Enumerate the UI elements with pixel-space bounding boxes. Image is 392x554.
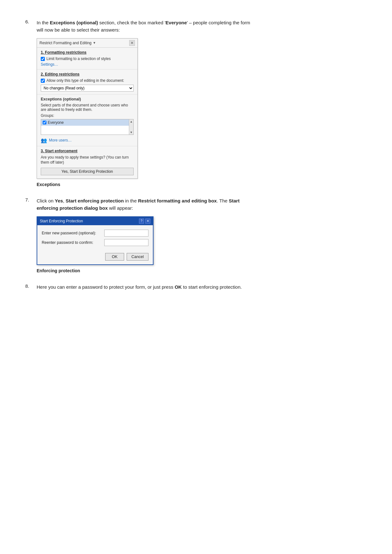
step-6-number: 6. [25,19,37,24]
start-enforcing-bold: Start enforcing protection [66,198,124,203]
section2-checkbox-row: Allow only this type of editing in the d… [41,78,134,83]
more-users-row[interactable]: 👥 More users… [41,137,134,143]
panel-section-2: 2. Editing restrictions Allow only this … [37,69,137,94]
section1-checkbox-row: Limit formatting to a selection of style… [41,57,134,61]
step-7-number: 7. [25,197,37,202]
step-6-text: In the Exceptions (optional) section, ch… [37,19,258,34]
panel-titlebar: Restrict Formatting and Editing ▼ ✕ [37,39,137,48]
section1-title: 1. Formatting restrictions [41,50,134,55]
yes-bold: Yes [55,198,63,203]
panel-dropdown-indicator: ▼ [93,41,96,45]
enforce-protection-button[interactable]: Yes, Start Enforcing Protection [41,168,134,175]
panel-titlebar-left: Restrict Formatting and Editing ▼ [39,41,96,45]
start-enforcement-title: 3. Start enforcement [41,149,134,153]
dialog-titlebar: Start Enforcing Protection ? ✕ [37,217,153,225]
more-users-icon: 👥 [41,137,47,143]
step-6-block: 6. In the Exceptions (optional) section,… [25,19,367,187]
restrict-box-bold: Restrict formatting and editing box [138,198,217,203]
step-8-block: 8. Here you can enter a password to prot… [25,283,367,291]
section2-checkbox[interactable] [41,79,45,83]
groups-label: Groups: [41,113,134,118]
panel-section-1: 1. Formatting restrictions Limit formatt… [37,48,137,69]
step-6-line: 6. In the Exceptions (optional) section,… [25,19,367,34]
restrict-formatting-panel: Restrict Formatting and Editing ▼ ✕ 1. F… [37,38,138,179]
step-7-text: Click on Yes, Start enforcing protection… [37,197,258,212]
panel-section-4: 3. Start enforcement Are you ready to ap… [37,146,137,179]
scroll-up-arrow[interactable]: ▲ [129,119,133,124]
dialog-close-icon[interactable]: ✕ [145,219,150,224]
section2-title: 2. Editing restrictions [41,72,134,76]
settings-link[interactable]: Settings… [41,62,134,67]
dialog-help-icon[interactable]: ? [139,219,144,224]
step-8-number: 8. [25,283,37,289]
step-8-text: Here you can enter a password to protect… [37,283,242,291]
step-7-line: 7. Click on Yes, Start enforcing protect… [25,197,367,212]
groups-scrollbar: ▲ ▼ [129,119,133,135]
section1-checkbox[interactable] [41,57,45,61]
everyone-bold: Everyone [166,20,187,25]
everyone-label: Everyone [48,120,64,125]
dialog-field-row-2: Reenter password to confirm: [42,239,148,246]
panel-title: Restrict Formatting and Editing [39,41,92,45]
dialog-field1-input[interactable] [104,230,148,237]
dialog-titlebar-icons: ? ✕ [139,219,150,224]
section1-checkbox-label: Limit formatting to a selection of style… [46,57,111,61]
panel-wrapper: Restrict Formatting and Editing ▼ ✕ 1. F… [37,38,367,179]
panel-section-3: Exceptions (optional) Select parts of th… [37,94,137,146]
panel-close-button[interactable]: ✕ [129,40,135,46]
dialog-title: Start Enforcing Protection [40,219,83,223]
dialog-field1-label: Enter new password (optional): [42,231,104,235]
caption-enforcing: Enforcing protection [37,268,367,273]
dialog-wrapper: Start Enforcing Protection ? ✕ Enter new… [37,216,367,265]
dialog-field2-input[interactable] [104,239,148,246]
scroll-down-arrow[interactable]: ▼ [129,130,133,135]
dialog-field-row-1: Enter new password (optional): [42,230,148,237]
dialog-ok-button[interactable]: OK [105,253,124,261]
exceptions-title: Exceptions (optional) [41,97,134,101]
start-enforcing-dialog: Start Enforcing Protection ? ✕ Enter new… [37,216,154,265]
section2-dropdown-row: No changes (Read only) [41,85,134,92]
caption-exceptions: Exceptions [37,182,367,187]
more-users-link: More users… [49,138,72,142]
step-7-block: 7. Click on Yes, Start enforcing protect… [25,197,367,273]
dialog-cancel-button[interactable]: Cancel [127,253,148,261]
dialog-buttons: OK Cancel [37,252,153,264]
everyone-checkbox[interactable] [43,121,46,124]
dialog-field2-label: Reenter password to confirm: [42,240,104,245]
section2-dropdown[interactable]: No changes (Read only) [41,85,134,92]
dialog-body: Enter new password (optional): Reenter p… [37,225,153,252]
start-enforcement-description: Are you ready to apply these settings? (… [41,155,134,166]
section2-checkbox-label: Allow only this type of editing in the d… [46,78,124,83]
groups-list: Everyone ▲ ▼ [41,119,134,135]
step-8-line: 8. Here you can enter a password to prot… [25,283,367,291]
groups-list-item-everyone[interactable]: Everyone [41,119,133,126]
exceptions-description: Select parts of the document and choose … [41,103,134,112]
exceptions-bold: Exceptions (optional) [50,20,98,25]
ok-bold: OK [175,284,182,290]
